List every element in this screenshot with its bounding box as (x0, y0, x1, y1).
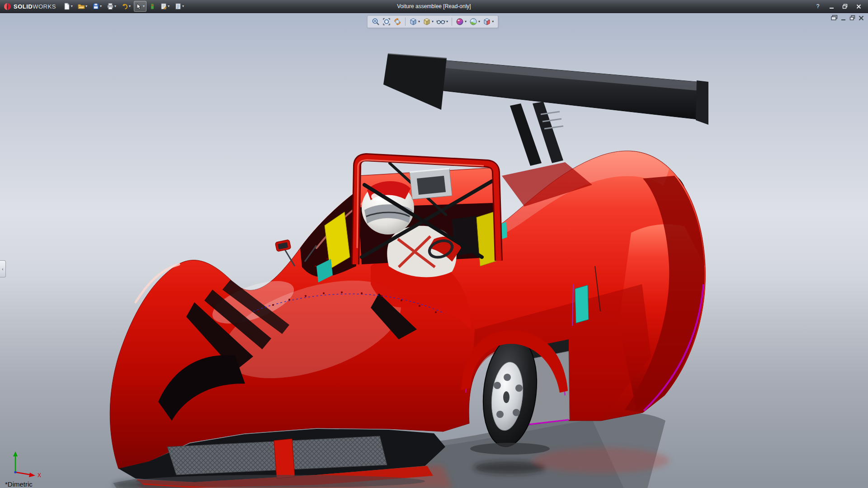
print-button[interactable]: ▾ (105, 1, 118, 12)
options-sheet-icon (160, 3, 167, 10)
undo-button[interactable]: ▾ (119, 1, 132, 12)
close-icon (859, 15, 864, 21)
maximize-button[interactable] (839, 2, 851, 11)
close-icon (856, 4, 861, 9)
save-floppy-icon (92, 3, 99, 10)
window-controls: ? (812, 2, 868, 11)
chevron-down-icon[interactable]: ▾ (418, 20, 420, 23)
chevron-down-icon[interactable]: ▾ (432, 20, 434, 23)
triad-x-label: X (38, 472, 41, 478)
glasses-icon (436, 18, 445, 26)
appearance-ball-icon (456, 18, 464, 26)
undo-arrow-icon (121, 3, 128, 10)
app-brand: SOLIDWORKS (0, 3, 61, 10)
view-orientation-button[interactable]: ▾ (408, 17, 421, 27)
new-document-icon (63, 3, 71, 10)
apply-scene-button[interactable]: ▾ (468, 17, 481, 27)
chevron-down-icon[interactable]: ▾ (182, 5, 184, 8)
coordinate-triad: X (9, 450, 50, 478)
close-button[interactable] (853, 2, 864, 11)
rotate-view-icon (393, 18, 401, 26)
race-car-model[interactable] (0, 13, 868, 488)
chevron-down-icon[interactable]: ▾ (465, 20, 467, 23)
titlebar: SOLIDWORKS ▾ ▾ ▾ ▾ ▾ (0, 0, 868, 13)
chevron-down-icon[interactable]: ▾ (71, 5, 73, 8)
file-properties-icon (175, 3, 182, 10)
center-post (274, 439, 295, 479)
edit-appearance-button[interactable]: ▾ (455, 17, 467, 27)
open-button[interactable]: ▾ (76, 1, 89, 12)
heads-up-view-toolbar: ▾ ▾ ▾ ▾ ▾ ▾ (367, 15, 498, 28)
close-document-button[interactable] (859, 15, 864, 21)
toolbox-icon (150, 3, 155, 10)
restore-icon (842, 4, 848, 9)
open-folder-icon (78, 3, 85, 10)
new-button[interactable]: ▾ (61, 1, 75, 12)
brand-name-light: WORKS (33, 3, 56, 10)
chevron-down-icon[interactable]: ▾ (129, 5, 131, 8)
chevron-down-icon[interactable]: ▾ (100, 5, 102, 8)
display-style-icon (423, 18, 431, 26)
teal-accent (575, 285, 589, 323)
chevron-down-icon[interactable]: ▾ (492, 20, 494, 23)
toolbar-separator (452, 18, 452, 26)
view-orientation-label: *Dimetric (5, 480, 33, 488)
select-button[interactable]: ▾ (134, 1, 146, 12)
zoom-fit-icon (382, 18, 391, 26)
chevron-down-icon[interactable]: ▾ (168, 5, 170, 8)
brand-name: SOLIDWORKS (14, 3, 56, 10)
minimize-icon (841, 15, 846, 21)
chevron-down-icon[interactable]: ▾ (446, 20, 448, 23)
section-view-button[interactable]: ▾ (482, 17, 495, 27)
restore-document-button[interactable] (849, 15, 855, 21)
rear-wing[interactable] (383, 54, 708, 166)
collapse-arrow-icon: ‹ (2, 267, 3, 272)
hide-show-items-button[interactable]: ▾ (435, 17, 449, 27)
display-style-button[interactable]: ▾ (422, 17, 434, 27)
chevron-down-icon[interactable]: ▾ (143, 5, 145, 8)
feature-manager-collapse-tab[interactable]: ‹ (0, 260, 6, 277)
minimize-icon (829, 4, 834, 9)
file-properties-button[interactable]: ▾ (173, 1, 186, 12)
zoom-area-icon (372, 18, 380, 26)
print-icon (107, 3, 114, 10)
chevron-down-icon[interactable]: ▾ (114, 5, 116, 8)
graphics-viewport[interactable]: ▾ ▾ ▾ ▾ ▾ ▾ (0, 13, 868, 488)
zoom-to-area-button[interactable] (371, 17, 381, 27)
minimize-document-button[interactable] (841, 15, 846, 21)
titlebar-toolbar: ▾ ▾ ▾ ▾ ▾ ▾ (61, 1, 186, 12)
dassault-logo-icon (4, 3, 11, 10)
view-cube-icon (409, 18, 417, 26)
brand-name-bold: SOLID (14, 3, 33, 10)
options-button[interactable]: ▾ (158, 1, 171, 12)
chevron-down-icon[interactable]: ▾ (85, 5, 87, 8)
air-intake (410, 169, 452, 199)
windows-icon (831, 15, 838, 21)
section-view-icon (483, 18, 491, 26)
select-window-button[interactable] (831, 15, 838, 21)
zoom-to-fit-button[interactable] (382, 17, 392, 27)
toolbox-button[interactable] (148, 1, 157, 12)
save-button[interactable]: ▾ (90, 1, 104, 12)
rotate-view-button[interactable] (392, 17, 402, 27)
select-cursor-icon (136, 3, 142, 10)
scene-ball-icon (469, 18, 477, 26)
chevron-down-icon[interactable]: ▾ (478, 20, 480, 23)
help-button[interactable]: ? (812, 2, 824, 11)
minimize-button[interactable] (826, 2, 837, 11)
document-window-controls (831, 15, 864, 21)
restore-icon (849, 15, 855, 21)
toolbar-separator (405, 18, 406, 26)
